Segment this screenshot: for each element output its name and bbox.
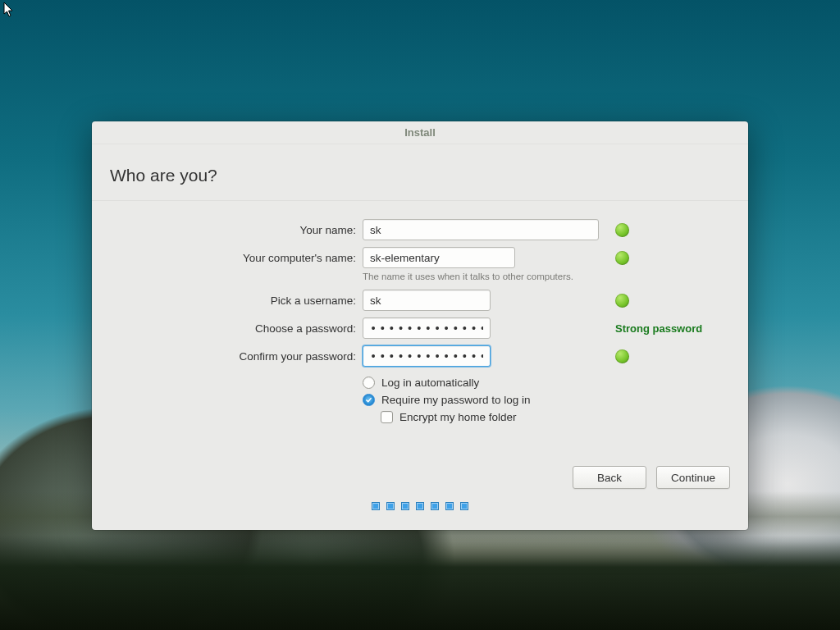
valid-icon bbox=[615, 294, 629, 308]
row-username: Pick a username: bbox=[110, 290, 730, 311]
hostname-input[interactable] bbox=[363, 247, 515, 268]
step-dot bbox=[416, 502, 424, 510]
checkbox-encrypt-home[interactable]: Encrypt my home folder bbox=[381, 411, 730, 423]
password-input[interactable] bbox=[363, 317, 491, 339]
install-dialog: Install Who are you? Your name: Your com… bbox=[92, 121, 748, 530]
encrypt-home-label: Encrypt my home folder bbox=[399, 411, 517, 423]
valid-icon bbox=[615, 251, 629, 265]
password-label: Choose a password: bbox=[110, 322, 356, 335]
step-indicator bbox=[92, 502, 748, 530]
username-validation bbox=[615, 294, 730, 308]
confirm-password-input[interactable] bbox=[363, 345, 491, 367]
window-title: Install bbox=[92, 121, 748, 144]
divider bbox=[92, 200, 748, 201]
username-input[interactable] bbox=[363, 290, 491, 311]
valid-icon bbox=[615, 223, 629, 237]
step-dot bbox=[431, 502, 439, 510]
radio-checked-icon bbox=[363, 394, 375, 406]
hostname-label: Your computer's name: bbox=[110, 252, 356, 264]
step-dot bbox=[460, 502, 468, 510]
valid-icon bbox=[615, 349, 629, 363]
name-label: Your name: bbox=[110, 224, 356, 236]
radio-icon bbox=[363, 377, 375, 389]
row-password: Choose a password: Strong password bbox=[110, 317, 730, 339]
back-button[interactable]: Back bbox=[573, 466, 646, 489]
row-confirm: Confirm your password: bbox=[110, 345, 730, 367]
step-dot bbox=[445, 502, 454, 510]
password-strength: Strong password bbox=[615, 322, 730, 335]
dialog-actions: Back Continue bbox=[92, 454, 748, 502]
username-label: Pick a username: bbox=[110, 294, 356, 307]
auto-login-label: Log in automatically bbox=[381, 377, 479, 389]
name-validation bbox=[615, 223, 730, 237]
checkbox-icon bbox=[381, 411, 393, 423]
continue-button[interactable]: Continue bbox=[656, 466, 730, 489]
row-hostname: Your computer's name: bbox=[110, 247, 730, 268]
name-input[interactable] bbox=[363, 219, 599, 240]
hostname-hint: The name it uses when it talks to other … bbox=[363, 272, 730, 281]
row-name: Your name: bbox=[110, 219, 730, 240]
password-strength-text: Strong password bbox=[615, 322, 702, 335]
confirm-label: Confirm your password: bbox=[110, 350, 356, 363]
row-hostname-hint: The name it uses when it talks to other … bbox=[110, 275, 730, 283]
user-form: Your name: Your computer's name: The nam… bbox=[92, 219, 748, 430]
page-heading: Who are you? bbox=[92, 144, 748, 200]
radio-auto-login[interactable]: Log in automatically bbox=[363, 377, 730, 389]
confirm-validation bbox=[615, 349, 730, 363]
login-options: Log in automatically Require my password… bbox=[110, 373, 730, 423]
hostname-validation bbox=[615, 251, 730, 265]
step-dot bbox=[372, 502, 380, 510]
require-password-label: Require my password to log in bbox=[381, 394, 531, 406]
radio-require-password[interactable]: Require my password to log in bbox=[363, 394, 730, 406]
step-dot bbox=[386, 502, 395, 510]
step-dot bbox=[401, 502, 409, 510]
